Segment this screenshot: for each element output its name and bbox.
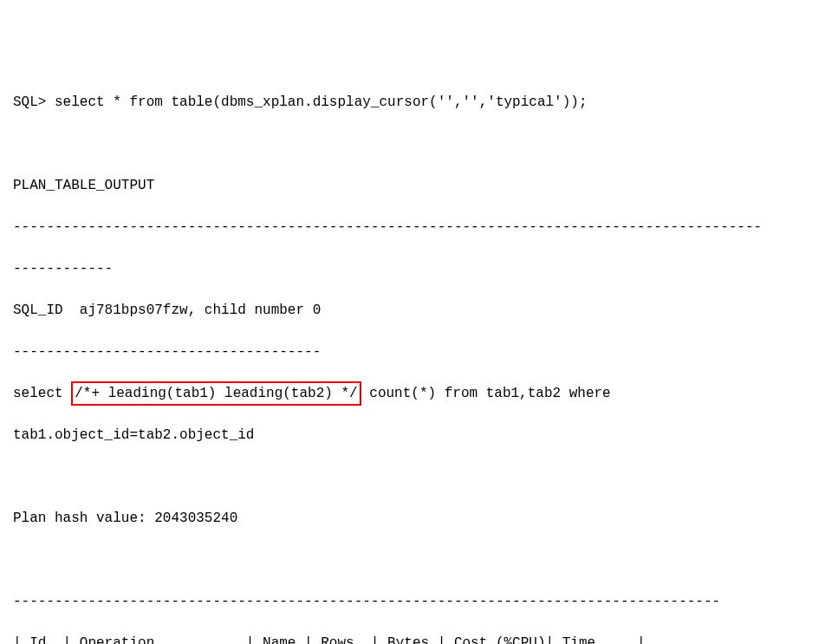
query-line-2: tab1.object_id=tab2.object_id <box>13 425 825 446</box>
table-border: ----------------------------------------… <box>13 591 825 612</box>
sql-prompt-line: SQL> select * from table(dbms_xplan.disp… <box>13 92 825 113</box>
sql-id-line: SQL_ID aj781bps07fzw, child number 0 <box>13 300 825 321</box>
query-line-1: select /*+ leading(tab1) leading(tab2) *… <box>13 383 825 404</box>
output-header: PLAN_TABLE_OUTPUT <box>13 175 825 196</box>
query-hint-highlight: /*+ leading(tab1) leading(tab2) */ <box>71 381 361 406</box>
query-post: count(*) from tab1,tab2 where <box>361 386 611 401</box>
blank-line <box>13 550 825 570</box>
dash-line: ------------ <box>13 258 825 279</box>
query-pre: select <box>13 386 71 401</box>
blank-line <box>13 133 825 154</box>
dash-line: ----------------------------------------… <box>13 217 825 237</box>
plan-hash-line: Plan hash value: 2043035240 <box>13 508 825 529</box>
dash-line: ------------------------------------- <box>13 342 825 362</box>
blank-line <box>13 466 825 487</box>
table-header-row: | Id | Operation | Name | Rows | Bytes |… <box>13 633 825 644</box>
